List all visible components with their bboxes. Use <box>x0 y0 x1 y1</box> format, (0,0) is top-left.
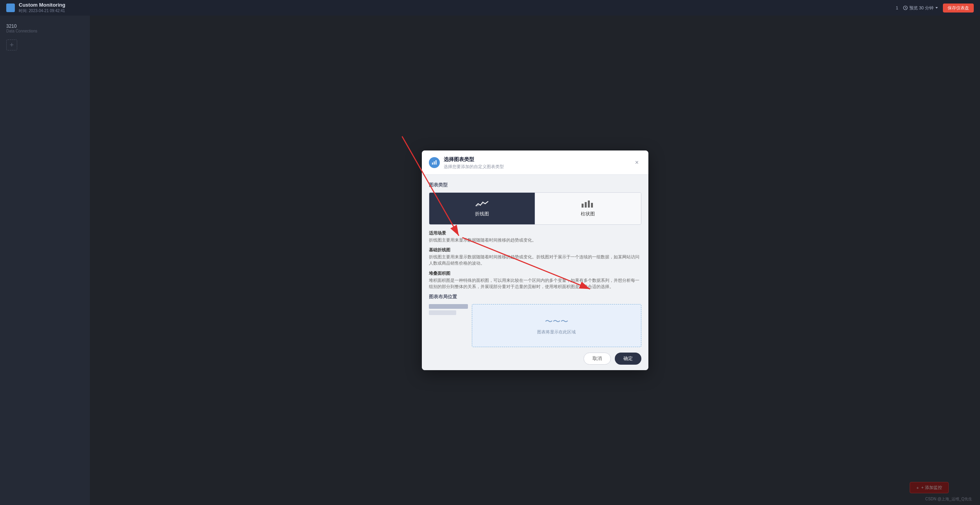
basic-title: 基础折线图 <box>429 247 641 253</box>
applicable-title: 适用场景 <box>429 230 641 236</box>
cancel-button[interactable]: 取消 <box>584 353 611 365</box>
timer-label: 预览 30 分钟 <box>903 5 938 11</box>
sidebar-item-label: 3210 <box>6 23 84 29</box>
chart-type-bar[interactable]: 柱状图 <box>535 193 641 224</box>
timer-text: 预览 30 分钟 <box>909 5 934 11</box>
basic-section: 基础折线图 折线图主要用来显示数据随随着时间推移的趋势或变化。折线图对于展示于一… <box>429 247 641 267</box>
svg-marker-3 <box>935 7 938 9</box>
confirm-button[interactable]: 确定 <box>615 353 641 365</box>
dialog-header-icon <box>429 157 440 168</box>
app-title: Custom Monitoring <box>19 2 65 8</box>
chevron-down-icon <box>935 6 938 9</box>
chart-type-section-label: 图表类型 <box>429 182 641 188</box>
app-subtitle: 时间: 2023-04-21 09:42:41 <box>19 8 65 14</box>
svg-rect-4 <box>432 163 433 165</box>
sidebar-item-sub: Data Connections <box>6 29 84 33</box>
main-content: 选择图表类型 选择您要添加的自定义图表类型 × 图表类型 折线图 <box>90 16 980 505</box>
applicable-text: 折线图主要用来显示数据随随着时间推移的趋势或变化。 <box>429 237 641 244</box>
bar-chart-icon <box>581 200 595 208</box>
svg-rect-7 <box>582 204 584 208</box>
layout-section: 图表布局位置 〜〜〜 图表将显示在此区域 <box>429 294 641 347</box>
dialog-overlay: 选择图表类型 选择您要添加的自定义图表类型 × 图表类型 折线图 <box>90 16 980 505</box>
layout-left <box>429 304 468 315</box>
layout-section-label: 图表布局位置 <box>429 294 641 300</box>
area-section: 堆叠面积图 堆积面积图是一种特殊的面积图，可以用来比较在一个区间内的多个变量，如… <box>429 270 641 290</box>
svg-rect-9 <box>588 201 590 208</box>
layout-preview-container: 〜〜〜 图表将显示在此区域 <box>429 304 641 347</box>
topbar: Custom Monitoring 时间: 2023-04-21 09:42:4… <box>0 0 980 16</box>
dialog-title: 选择图表类型 <box>444 156 629 163</box>
chart-icon <box>432 160 437 165</box>
dialog-header-text: 选择图表类型 选择您要添加的自定义图表类型 <box>444 156 629 170</box>
svg-rect-8 <box>585 202 587 208</box>
applicable-section: 适用场景 折线图主要用来显示数据随随着时间推移的趋势或变化。 <box>429 230 641 244</box>
dialog-close-button[interactable]: × <box>633 158 641 167</box>
layout-bar-2 <box>429 310 456 315</box>
dialog-subtitle: 选择您要添加的自定义图表类型 <box>444 164 629 170</box>
sidebar-item-main[interactable]: 3210 Data Connections <box>0 20 90 36</box>
layout-bar-1 <box>429 304 468 309</box>
svg-rect-5 <box>434 161 435 165</box>
plus-icon: + <box>10 41 14 49</box>
app-logo <box>6 4 15 12</box>
dialog-footer: 取消 确定 <box>422 347 648 370</box>
wave-icon: 〜〜〜 <box>545 316 568 327</box>
chart-type-grid: 折线图 柱状图 <box>429 192 641 225</box>
bar-chart-label: 柱状图 <box>581 211 595 217</box>
save-dashboard-button[interactable]: 保存仪表盘 <box>943 4 974 13</box>
area-text: 堆积面积图是一种特殊的面积图，可以用来比较在一个区间内的多个变量，如果有多个数据… <box>429 278 641 290</box>
line-chart-icon <box>475 200 489 208</box>
svg-rect-10 <box>591 203 593 208</box>
chart-type-dialog: 选择图表类型 选择您要添加的自定义图表类型 × 图表类型 折线图 <box>422 150 648 371</box>
chart-type-line[interactable]: 折线图 <box>429 193 535 224</box>
layout-preview-label: 图表将显示在此区域 <box>537 329 576 335</box>
dialog-header: 选择图表类型 选择您要添加的自定义图表类型 × <box>422 150 648 175</box>
svg-line-2 <box>905 8 907 9</box>
notification-badge: 1 <box>896 5 898 10</box>
svg-rect-6 <box>436 160 437 165</box>
topbar-right: 1 预览 30 分钟 保存仪表盘 <box>896 4 974 13</box>
area-title: 堆叠面积图 <box>429 270 641 276</box>
dialog-body: 图表类型 折线图 <box>422 175 648 347</box>
basic-text: 折线图主要用来显示数据随随着时间推移的趋势或变化。折线图对于展示于一个连续的一组… <box>429 254 641 267</box>
line-chart-label: 折线图 <box>475 211 489 217</box>
sidebar-add-button[interactable]: + <box>6 39 17 50</box>
layout-preview-area: 〜〜〜 图表将显示在此区域 <box>472 304 641 347</box>
sidebar: 3210 Data Connections + <box>0 16 90 505</box>
